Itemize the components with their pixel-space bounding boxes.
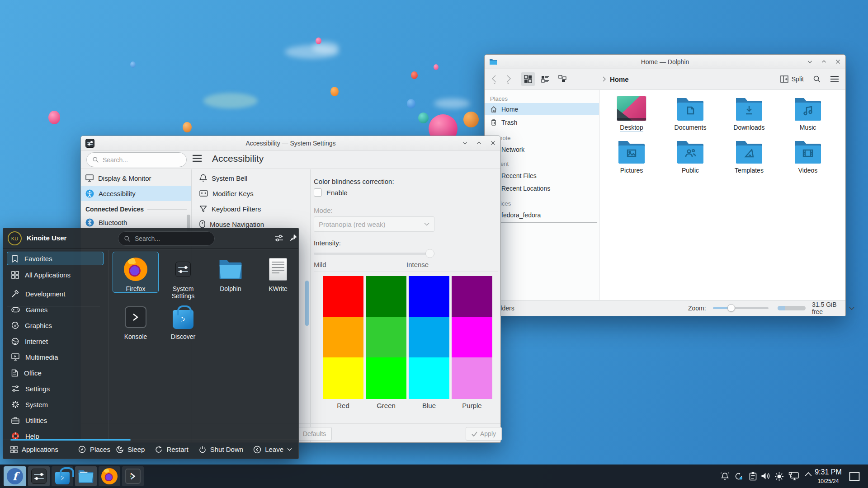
places-item-recent-locations[interactable]: Recent Locations — [485, 182, 599, 194]
category-games[interactable]: Games — [7, 303, 104, 316]
hamburger-menu-icon[interactable] — [830, 75, 839, 83]
places-label: Network — [501, 146, 524, 153]
tree-view-button[interactable] — [555, 72, 570, 86]
folder-item-templates[interactable]: Templates — [722, 137, 777, 174]
clock[interactable]: 9:31 PM 10/25/24 — [812, 468, 844, 485]
expand-tray-chevron-up-icon[interactable] — [805, 472, 812, 477]
subpage-scrollbar[interactable] — [305, 281, 309, 326]
task-discover[interactable] — [52, 466, 73, 486]
app-label: Konsole — [124, 333, 147, 340]
folder-item-music[interactable]: Music — [780, 94, 835, 131]
app-tile-dolphin[interactable]: Dolphin — [208, 252, 254, 293]
search-icon[interactable] — [813, 75, 821, 83]
places-item-trash[interactable]: Trash — [485, 116, 599, 128]
defaults-button[interactable]: Defaults — [297, 427, 332, 441]
settings-search-input[interactable]: Search... — [86, 152, 187, 167]
mode-dropdown[interactable]: Protanopia (red weak) — [314, 216, 434, 232]
subpage-item-modifier-keys[interactable]: Modifier Keys — [192, 186, 310, 201]
dolphin-window: Home — Dolphin — [484, 54, 846, 316]
maximize-icon[interactable] — [476, 140, 482, 146]
folder-item-downloads[interactable]: Downloads — [722, 94, 777, 131]
maximize-icon[interactable] — [821, 59, 827, 65]
folder-item-pictures[interactable]: Pictures — [604, 137, 659, 174]
color-cell — [366, 276, 406, 317]
folder-label: Documents — [675, 124, 707, 131]
places-item-fedora[interactable]: fedora_fedora — [485, 209, 599, 221]
notifications-bell-icon[interactable] — [720, 472, 730, 481]
category-graphics[interactable]: Graphics — [7, 319, 104, 332]
category-favorites[interactable]: Favorites — [7, 252, 104, 265]
pin-icon[interactable] — [289, 234, 297, 242]
forward-icon[interactable] — [504, 74, 513, 84]
shutdown-button[interactable]: Shut Down — [198, 446, 243, 454]
sidebar-item-display[interactable]: Display & Monitor — [81, 170, 191, 186]
category-multimedia[interactable]: Multimedia — [7, 350, 104, 364]
folder-item-public[interactable]: Public — [663, 137, 718, 174]
app-tile-firefox[interactable]: Firefox — [113, 252, 159, 293]
category-system[interactable]: System — [7, 398, 104, 411]
folder-item-documents[interactable]: Documents — [663, 94, 718, 131]
chevron-down-icon[interactable] — [849, 306, 854, 311]
sleep-button[interactable]: Sleep — [116, 446, 145, 454]
tab-applications[interactable]: Applications — [10, 446, 58, 453]
category-all-applications[interactable]: All Applications — [7, 268, 104, 282]
folder-item-videos[interactable]: Videos — [780, 137, 835, 174]
app-tile-konsole[interactable]: Konsole — [113, 300, 159, 341]
category-internet[interactable]: Internet — [7, 334, 104, 348]
show-desktop-icon[interactable] — [849, 472, 860, 481]
volume-icon[interactable] — [761, 472, 770, 480]
category-office[interactable]: Office — [7, 366, 104, 380]
places-label: Trash — [501, 119, 517, 126]
application-launcher-button[interactable]: f — [4, 466, 26, 486]
task-dolphin[interactable] — [75, 466, 97, 486]
folder-item-desktop[interactable]: Desktop — [604, 94, 659, 131]
places-scrollbar[interactable] — [500, 222, 597, 223]
places-item-network[interactable]: Network — [485, 143, 599, 155]
close-icon[interactable] — [835, 59, 841, 65]
task-firefox[interactable] — [99, 466, 120, 486]
clipboard-icon[interactable] — [749, 472, 757, 481]
document-icon — [11, 369, 18, 377]
category-utilities[interactable]: Utilities — [7, 413, 104, 427]
updates-icon[interactable] — [734, 472, 743, 481]
enable-checkbox-row[interactable]: Enable — [314, 188, 348, 197]
hamburger-menu-icon[interactable] — [192, 155, 202, 162]
category-development[interactable]: Development — [7, 287, 104, 300]
breadcrumb-home[interactable]: Home — [610, 75, 629, 83]
app-tile-kwrite[interactable]: KWrite — [255, 252, 301, 293]
network-icon[interactable] — [788, 472, 799, 481]
apply-button[interactable]: Apply — [466, 427, 502, 441]
settings-titlebar[interactable]: Accessibility — System Settings — [81, 136, 500, 150]
configure-icon[interactable] — [274, 234, 283, 242]
places-item-home[interactable]: Home — [485, 103, 599, 115]
close-icon[interactable] — [490, 140, 496, 146]
zoom-slider[interactable] — [713, 307, 769, 309]
places-item-recent-files[interactable]: Recent Files — [485, 169, 599, 182]
avatar[interactable]: KU — [8, 231, 22, 245]
icons-view-button[interactable] — [521, 72, 535, 86]
leave-button[interactable]: Leave — [253, 446, 292, 454]
task-konsole[interactable] — [122, 466, 144, 486]
task-system-settings[interactable] — [28, 466, 50, 486]
sidebar-item-accessibility[interactable]: Accessibility — [81, 186, 191, 201]
app-tile-discover[interactable]: Discover — [160, 300, 206, 341]
dolphin-titlebar[interactable]: Home — Dolphin — [485, 55, 845, 69]
brightness-icon[interactable] — [774, 472, 784, 481]
tab-places[interactable]: Places — [78, 446, 110, 453]
hill — [203, 93, 258, 108]
restart-button[interactable]: Restart — [155, 446, 188, 454]
back-icon[interactable] — [490, 74, 499, 84]
split-button[interactable]: Split — [780, 75, 804, 83]
kickoff-search-input[interactable]: Search... — [118, 231, 215, 246]
app-tile-system-settings[interactable]: System Settings — [160, 252, 206, 300]
details-view-button[interactable] — [538, 72, 552, 86]
subpage-item-keyboard-filters[interactable]: Keyboard Filters — [192, 201, 310, 216]
category-settings[interactable]: Settings — [7, 382, 104, 395]
minimize-icon[interactable] — [807, 59, 813, 65]
minimize-icon[interactable] — [462, 140, 468, 146]
enable-checkbox[interactable] — [314, 188, 322, 197]
dolphin-folder-view[interactable]: Desktop Documents Downloads Music P — [599, 90, 845, 300]
intensity-slider[interactable] — [314, 249, 434, 258]
breadcrumb[interactable]: Home — [602, 75, 629, 83]
subpage-item-system-bell[interactable]: System Bell — [192, 170, 310, 186]
